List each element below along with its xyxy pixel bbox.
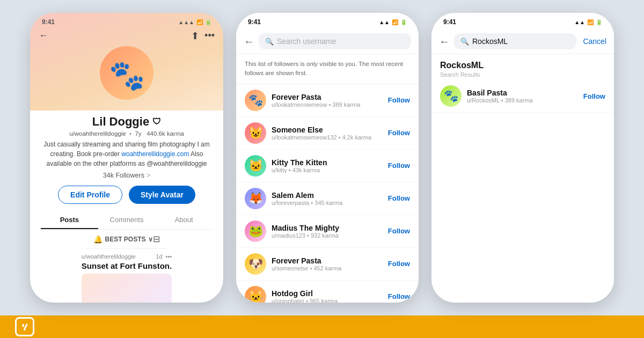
bio-link[interactable]: woahtherelildoggie.com [121,150,189,158]
edit-profile-button[interactable]: Edit Profile [58,186,122,204]
follower-name: Forever Pasta [272,93,383,101]
followers-count[interactable]: 34k Followers > [103,172,150,179]
more-icon[interactable]: ••• [204,30,215,42]
search-value-text[interactable]: RockosML [472,37,508,46]
followers-content: ← 🔍 Search username This list of followe… [236,29,419,303]
style-avatar-button[interactable]: Style Avatar [129,186,195,204]
status-bar-3: 9:41 ▲▲ 📶 🔋 [431,13,614,29]
follower-avatar: 🐱 [245,286,266,303]
follower-item: 😺 Someone Else u/lookatmenowmeow132 • 4.… [236,117,419,150]
post-more-icon[interactable]: ••• [166,253,172,260]
search-result-list: 🐾 Basil Pasta u/RockosML • 389 karma Fol… [431,80,614,303]
status-bar-1: 9:41 ▲▲▲ 📶 🔋 [30,13,223,29]
phone-profile: 9:41 ▲▲▲ 📶 🔋 ← ⬆ ••• 🐾 [30,13,223,303]
tab-comments[interactable]: Comments [98,211,156,229]
result-avatar: 🐾 [440,85,462,107]
logo-text: ሃ [22,321,27,333]
profile-avatar: 🐾 [100,46,153,100]
follower-avatar: 🐸 [245,221,266,242]
follower-info: Kitty The Kitten u/kitty • 43k karma [272,158,383,173]
shield-badge: 🛡 [152,117,161,127]
chevron-icon: > [147,172,150,179]
follower-sub: u/lookatmenowmeow132 • 4.2k karma [272,134,383,141]
result-subtitle: Search Results [440,71,605,78]
follower-item: 🐾 Forever Pasta u/lookatmenowmeow • 389 … [236,84,419,117]
result-info: Basil Pasta u/RockosML • 389 karma [467,89,578,104]
follower-name: Salem Alem [272,191,383,200]
follower-list: 🐾 Forever Pasta u/lookatmenowmeow • 389 … [236,84,419,303]
avatar-image: 🐾 [100,46,153,100]
follower-item: 🐸 Madius The Mighty u/madius123 • 932 ka… [236,215,419,248]
search-input-2[interactable]: Search username [277,37,336,46]
follow-button[interactable]: Follow [388,129,410,137]
search-input-wrap-2[interactable]: 🔍 Search username [259,33,411,49]
share-icon[interactable]: ⬆ [191,30,199,42]
follower-sub: u/madius123 • 932 karma [272,232,383,239]
tab-posts[interactable]: Posts [41,211,98,229]
phone-followers: 9:41 ▲▲ 📶 🔋 ← 🔍 Search username This lis… [236,13,419,303]
follower-name: Forever Pasta [272,256,383,265]
follower-avatar: 🦊 [245,188,266,209]
cancel-button[interactable]: Cancel [583,37,606,46]
filter-label[interactable]: 🔔 BEST POSTS ∨ [93,235,152,244]
tab-about[interactable]: About [155,211,213,229]
follower-name: Kitty The Kitten [272,158,383,167]
follow-button[interactable]: Follow [388,260,410,268]
follower-info: Salem Alem u/foreverpasta • 345 karma [272,191,383,206]
follower-avatar: 🐾 [245,90,266,111]
follower-name: Hotdog Girl [272,289,383,298]
post-image [82,274,172,303]
profile-header-bg: 9:41 ▲▲▲ 📶 🔋 ← ⬆ ••• 🐾 [30,13,223,111]
follower-avatar: 🐶 [245,253,266,275]
bottom-bar: ሃ [0,315,644,338]
follower-info: Madius The Mighty u/madius123 • 932 karm… [272,224,383,239]
follow-button[interactable]: Follow [388,194,410,202]
follower-name: Someone Else [272,126,383,134]
followers-search-bar: ← 🔍 Search username [236,29,419,54]
follower-sub: u/someonelse • 452 karma [272,265,383,271]
follower-sub: u/lookatmenowmeow • 389 karma [272,101,383,108]
follower-sub: u/kitty • 43k karma [272,167,383,173]
follower-item: 🐶 Forever Pasta u/someonelse • 452 karma… [236,248,419,281]
profile-nav: ← ⬆ ••• [30,29,223,46]
profile-bio: Just casually streaming and sharing film… [41,139,213,168]
back-arrow-3[interactable]: ← [439,35,450,48]
back-icon[interactable]: ← [39,30,48,42]
follower-item: 🐱 Hotdog Girl u/onionhater • 965 karma F… [236,281,419,303]
search-result-header: RockosML Search Results [431,54,614,80]
profile-tabs: Posts Comments About [41,211,213,230]
search-bar-3: ← 🔍 RockosML Cancel [431,29,614,54]
follow-button[interactable]: Follow [388,161,410,170]
search-content: ← 🔍 RockosML Cancel RockosML Search Resu… [431,29,614,303]
post-meta: u/woahtherelildoggie 1d ••• [82,253,172,260]
logo-icon: ሃ [15,317,34,336]
follow-button[interactable]: Follow [388,96,410,104]
layout-toggle[interactable]: ⊟ [153,234,160,244]
follower-info: Hotdog Girl u/onionhater • 965 karma [272,289,383,303]
profile-body: Lil Doggie 🛡 u/woahtherelildoggie • 7y 4… [30,111,223,303]
status-bar-2: 9:41 ▲▲ 📶 🔋 [236,13,419,29]
search-with-value[interactable]: 🔍 RockosML [454,33,576,49]
status-time-3: 9:41 [443,18,456,26]
phone-search: 9:41 ▲▲ 📶 🔋 ← 🔍 RockosML Cancel RockosML… [431,13,614,303]
back-arrow-2[interactable]: ← [244,35,254,48]
followers-notice: This list of followers is only visible t… [236,54,419,84]
post-title: Sunset at Fort Funston. [82,261,172,270]
status-time-2: 9:41 [248,18,261,26]
status-icons-3: ▲▲ 📶 🔋 [574,19,602,25]
follower-item: 🦊 Salem Alem u/foreverpasta • 345 karma … [236,182,419,215]
follower-info: Forever Pasta u/someonelse • 452 karma [272,256,383,271]
follow-button[interactable]: Follow [388,292,410,300]
search-result-item: 🐾 Basil Pasta u/RockosML • 389 karma Fol… [431,80,614,113]
follower-sub: u/onionhater • 965 karma [272,298,383,303]
search-icon-3: 🔍 [460,38,469,46]
follower-name: Madius The Mighty [272,224,383,232]
profile-actions: Edit Profile Style Avatar [58,186,195,204]
status-time-1: 9:41 [42,18,55,26]
search-icon-2: 🔍 [265,38,274,46]
follower-sub: u/foreverpasta • 345 karma [272,200,383,206]
follower-info: Someone Else u/lookatmenowmeow132 • 4.2k… [272,126,383,141]
posts-filter: 🔔 BEST POSTS ∨ ⊟ [86,230,167,249]
result-follow-button[interactable]: Follow [583,92,605,100]
follow-button[interactable]: Follow [388,227,410,235]
